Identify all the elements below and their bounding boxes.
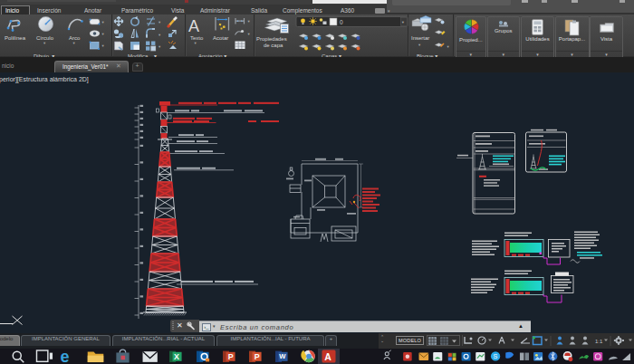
svg-text:0: 0 — [340, 19, 343, 25]
svg-text:▾: ▾ — [447, 44, 450, 49]
svg-text:A: A — [188, 17, 199, 35]
svg-text:▾: ▾ — [102, 32, 105, 36]
svg-text:A: A — [324, 351, 331, 362]
svg-text:P: P — [228, 352, 234, 361]
svg-text:W: W — [279, 352, 286, 360]
svg-text:▾: ▾ — [73, 41, 76, 45]
svg-text:X: X — [174, 352, 179, 361]
svg-text:▾: ▾ — [418, 43, 421, 47]
svg-text:▾: ▾ — [195, 41, 197, 45]
svg-text:e: e — [61, 349, 70, 364]
svg-text:▾: ▾ — [158, 33, 161, 37]
svg-text:▾: ▾ — [102, 43, 105, 48]
svg-text:▾: ▾ — [158, 20, 161, 24]
svg-text:P: P — [255, 352, 260, 361]
svg-text:1:1: 1:1 — [595, 339, 603, 344]
svg-text:▾: ▾ — [102, 20, 105, 24]
svg-text:S: S — [494, 352, 498, 360]
svg-text:▾: ▾ — [43, 41, 46, 45]
svg-text:▾: ▾ — [158, 44, 161, 49]
svg-text:▾: ▾ — [248, 19, 251, 24]
svg-text:▾: ▾ — [248, 32, 251, 36]
